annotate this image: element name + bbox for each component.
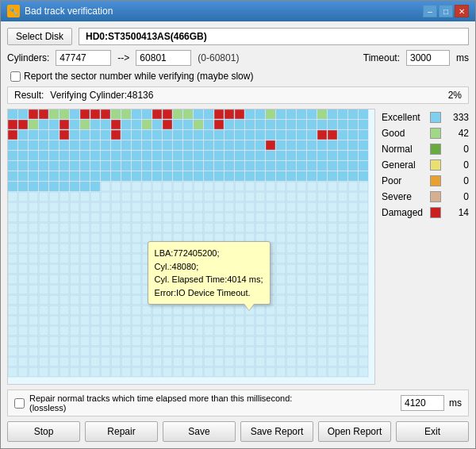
title-controls: – □ ✕ bbox=[423, 5, 469, 17]
exit-button[interactable]: Exit bbox=[396, 421, 469, 442]
legend-color-box bbox=[430, 128, 441, 139]
legend-item: General 0 bbox=[382, 159, 469, 171]
slow-checkbox[interactable] bbox=[10, 71, 21, 82]
result-bar: Result: Verifying Cylinder:48136 2% bbox=[7, 86, 469, 104]
cylinders-from-input[interactable] bbox=[56, 50, 111, 66]
bottom-buttons: Stop Repair Save Save Report Open Report… bbox=[7, 421, 469, 442]
legend-item: Good 42 bbox=[382, 128, 469, 139]
timeout-label: Timeout: bbox=[363, 52, 400, 63]
select-disk-button[interactable]: Select Disk bbox=[7, 28, 72, 45]
legend-count: 0 bbox=[445, 144, 469, 155]
legend-color-box bbox=[430, 112, 441, 123]
legend-item: Excellent 333 bbox=[382, 112, 469, 123]
legend-item: Poor 0 bbox=[382, 175, 469, 186]
cylinders-label: Cylinders: bbox=[7, 52, 49, 63]
select-disk-row: Select Disk HD0:ST3500413AS(466GB) bbox=[7, 28, 469, 45]
repair-button[interactable]: Repair bbox=[85, 421, 158, 442]
legend-count: 14 bbox=[445, 207, 469, 218]
result-label: Result: bbox=[14, 90, 44, 101]
tooltip-line2: Cyl.:48080; bbox=[155, 260, 263, 274]
maximize-button[interactable]: □ bbox=[439, 5, 453, 17]
legend-count: 0 bbox=[445, 159, 469, 171]
legend-label: Poor bbox=[382, 175, 425, 186]
legend-label: General bbox=[382, 159, 425, 171]
slow-checkbox-label: Report the sector number while verifying… bbox=[24, 71, 253, 82]
repair-unit: ms bbox=[449, 397, 462, 409]
cylinders-range: (0-60801) bbox=[198, 52, 239, 63]
main-window: 🔧 Bad track verification – □ ✕ Select Di… bbox=[0, 0, 476, 449]
legend-color-box bbox=[430, 207, 441, 218]
window-title: Bad track verification bbox=[25, 6, 113, 17]
legend-item: Normal 0 bbox=[382, 144, 469, 155]
open-report-button[interactable]: Open Report bbox=[318, 421, 391, 442]
minimize-button[interactable]: – bbox=[423, 5, 437, 17]
result-status: Verifying Cylinder:48136 bbox=[50, 90, 153, 101]
legend-item: Severe 0 bbox=[382, 191, 469, 202]
content-area: Select Disk HD0:ST3500413AS(466GB) Cylin… bbox=[1, 21, 475, 448]
title-bar-left: 🔧 Bad track verification bbox=[7, 5, 113, 17]
close-button[interactable]: ✕ bbox=[455, 5, 469, 17]
timeout-unit: ms bbox=[456, 52, 469, 63]
tooltip-line4: Error:IO Device Timeout. bbox=[155, 286, 263, 300]
legend-label: Severe bbox=[382, 191, 425, 202]
title-bar: 🔧 Bad track verification – □ ✕ bbox=[1, 1, 475, 21]
legend-color-box bbox=[430, 159, 441, 171]
legend-count: 0 bbox=[445, 191, 469, 202]
legend-label: Good bbox=[382, 128, 425, 139]
repair-ms-input[interactable] bbox=[401, 395, 444, 411]
legend-color-box bbox=[430, 144, 441, 155]
tooltip-line1: LBA:772405200; bbox=[155, 247, 263, 260]
cylinders-row: Cylinders: --> (0-60801) Timeout: ms bbox=[7, 50, 469, 66]
legend-count: 333 bbox=[445, 112, 469, 123]
stop-button[interactable]: Stop bbox=[7, 421, 80, 442]
tooltip-box: LBA:772405200; Cyl.:48080; Cyl. Elapsed … bbox=[148, 241, 271, 305]
repair-row: Repair normal tracks which time elapsed … bbox=[7, 390, 469, 416]
legend-label: Excellent bbox=[382, 112, 425, 123]
timeout-input[interactable] bbox=[406, 50, 450, 66]
legend-count: 0 bbox=[445, 175, 469, 186]
legend-panel: Excellent 333 Good 42 Normal 0 General 0… bbox=[382, 109, 469, 385]
main-area: LBA:772405200; Cyl.:48080; Cyl. Elapsed … bbox=[7, 109, 469, 385]
result-percent: 2% bbox=[448, 90, 462, 101]
legend-label: Normal bbox=[382, 144, 425, 155]
legend-color-box bbox=[430, 175, 441, 186]
arrow-icon: --> bbox=[117, 52, 129, 63]
slow-checkbox-row: Report the sector number while verifying… bbox=[7, 71, 469, 82]
save-report-button[interactable]: Save Report bbox=[240, 421, 313, 442]
grid-container: LBA:772405200; Cyl.:48080; Cyl. Elapsed … bbox=[7, 109, 375, 385]
tooltip-line3: Cyl. Elapsed Time:4014 ms; bbox=[155, 273, 263, 286]
legend-count: 42 bbox=[445, 128, 469, 139]
repair-checkbox[interactable] bbox=[14, 398, 25, 409]
legend-item: Damaged 14 bbox=[382, 207, 469, 218]
legend-color-box bbox=[430, 191, 441, 202]
disk-name-label: HD0:ST3500413AS(466GB) bbox=[79, 28, 469, 45]
cylinders-to-input[interactable] bbox=[136, 50, 191, 66]
repair-label: Repair normal tracks which time elapsed … bbox=[29, 393, 396, 413]
save-button[interactable]: Save bbox=[163, 421, 236, 442]
app-icon: 🔧 bbox=[7, 5, 20, 17]
legend-label: Damaged bbox=[382, 207, 425, 218]
